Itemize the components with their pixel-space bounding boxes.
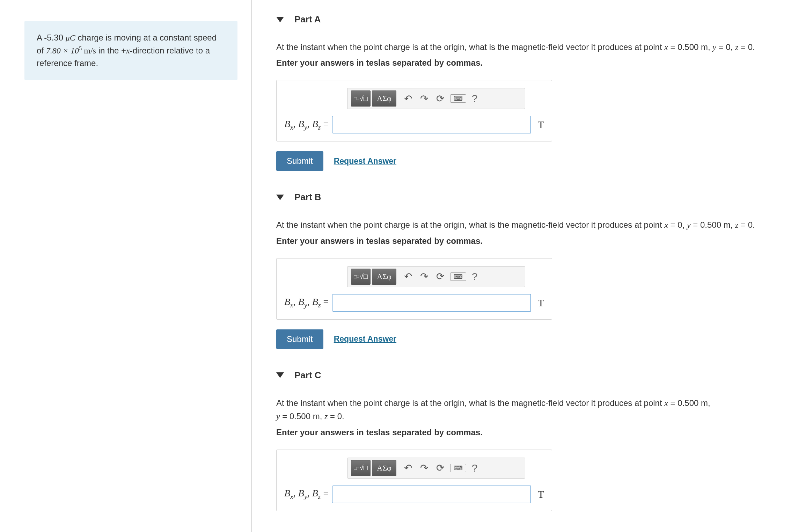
template-button[interactable]: □□√□ <box>351 90 371 107</box>
caret-down-icon <box>276 17 284 22</box>
input-row: Bx, By, Bz = T <box>284 294 544 312</box>
part-c-header[interactable]: Part C <box>276 370 767 381</box>
input-row: Bx, By, Bz = T <box>284 486 544 503</box>
equation-toolbar: □□√□ ΑΣφ ↶ ↷ ⟳ ? <box>347 458 525 479</box>
help-icon[interactable]: ? <box>468 460 481 476</box>
speed-value: 7.80 × 105 m/s <box>46 46 96 55</box>
reset-icon[interactable]: ⟳ <box>432 90 448 107</box>
part-c-prompt: At the instant when the point charge is … <box>276 396 767 423</box>
keyboard-icon[interactable] <box>448 269 468 285</box>
part-c-instruction: Enter your answers in teslas separated b… <box>276 428 767 437</box>
part-b-header[interactable]: Part B <box>276 192 767 203</box>
text: A -5.30 <box>37 33 66 42</box>
submit-button[interactable]: Submit <box>276 329 323 349</box>
help-icon[interactable]: ? <box>468 90 481 107</box>
greek-button[interactable]: ΑΣφ <box>372 269 396 285</box>
variable-label: Bx, By, Bz = <box>284 488 329 501</box>
charge-unit: μC <box>66 33 75 42</box>
action-row: Submit Request Answer <box>276 151 767 171</box>
part-c-answer-area: □□√□ ΑΣφ ↶ ↷ ⟳ ? Bx, By, Bz = T <box>276 450 552 511</box>
template-button[interactable]: □□√□ <box>351 460 371 476</box>
unit-label: T <box>538 119 544 131</box>
keyboard-icon[interactable] <box>448 460 468 476</box>
variable-label: Bx, By, Bz = <box>284 296 329 309</box>
part-a-prompt: At the instant when the point charge is … <box>276 41 767 54</box>
redo-icon[interactable]: ↷ <box>416 269 432 285</box>
problem-statement: A -5.30 μC charge is moving at a constan… <box>24 21 237 80</box>
help-icon[interactable]: ? <box>468 269 481 285</box>
request-answer-link[interactable]: Request Answer <box>334 334 396 344</box>
direction-var: x <box>126 46 130 55</box>
problem-statement-panel: A -5.30 μC charge is moving at a constan… <box>0 0 251 532</box>
text: in the + <box>96 46 126 55</box>
request-answer-link[interactable]: Request Answer <box>334 156 396 166</box>
part-c-title: Part C <box>294 370 321 381</box>
template-button[interactable]: □□√□ <box>351 269 371 285</box>
equation-toolbar: □□√□ ΑΣφ ↶ ↷ ⟳ ? <box>347 88 525 109</box>
part-a-header[interactable]: Part A <box>276 14 767 25</box>
undo-icon[interactable]: ↶ <box>400 90 416 107</box>
reset-icon[interactable]: ⟳ <box>432 460 448 476</box>
keyboard-icon[interactable] <box>448 90 468 107</box>
unit-label: T <box>538 297 544 309</box>
part-b-prompt: At the instant when the point charge is … <box>276 218 767 232</box>
part-a-block: Part A At the instant when the point cha… <box>276 14 767 171</box>
part-c-block: Part C At the instant when the point cha… <box>276 370 767 511</box>
redo-icon[interactable]: ↷ <box>416 460 432 476</box>
part-b-block: Part B At the instant when the point cha… <box>276 192 767 349</box>
part-b-answer-input[interactable] <box>332 294 531 312</box>
part-b-instruction: Enter your answers in teslas separated b… <box>276 236 767 246</box>
undo-icon[interactable]: ↶ <box>400 460 416 476</box>
equation-toolbar: □□√□ ΑΣφ ↶ ↷ ⟳ ? <box>347 266 525 287</box>
greek-button[interactable]: ΑΣφ <box>372 460 396 476</box>
part-b-title: Part B <box>294 192 321 203</box>
greek-button[interactable]: ΑΣφ <box>372 90 396 107</box>
undo-icon[interactable]: ↶ <box>400 269 416 285</box>
part-a-answer-input[interactable] <box>332 116 531 133</box>
variable-label: Bx, By, Bz = <box>284 118 329 131</box>
part-a-answer-area: □□√□ ΑΣφ ↶ ↷ ⟳ ? Bx, By, Bz = T <box>276 80 552 141</box>
action-row: Submit Request Answer <box>276 329 767 349</box>
parts-panel: Part A At the instant when the point cha… <box>251 0 791 532</box>
part-a-instruction: Enter your answers in teslas separated b… <box>276 58 767 68</box>
part-a-title: Part A <box>294 14 321 25</box>
submit-button[interactable]: Submit <box>276 151 323 171</box>
caret-down-icon <box>276 195 284 200</box>
part-c-answer-input[interactable] <box>332 486 531 503</box>
caret-down-icon <box>276 372 284 378</box>
input-row: Bx, By, Bz = T <box>284 116 544 133</box>
redo-icon[interactable]: ↷ <box>416 90 432 107</box>
reset-icon[interactable]: ⟳ <box>432 269 448 285</box>
unit-label: T <box>538 488 544 500</box>
part-b-answer-area: □□√□ ΑΣφ ↶ ↷ ⟳ ? Bx, By, Bz = T <box>276 258 552 320</box>
problem-text: A -5.30 μC charge is moving at a constan… <box>37 33 217 68</box>
